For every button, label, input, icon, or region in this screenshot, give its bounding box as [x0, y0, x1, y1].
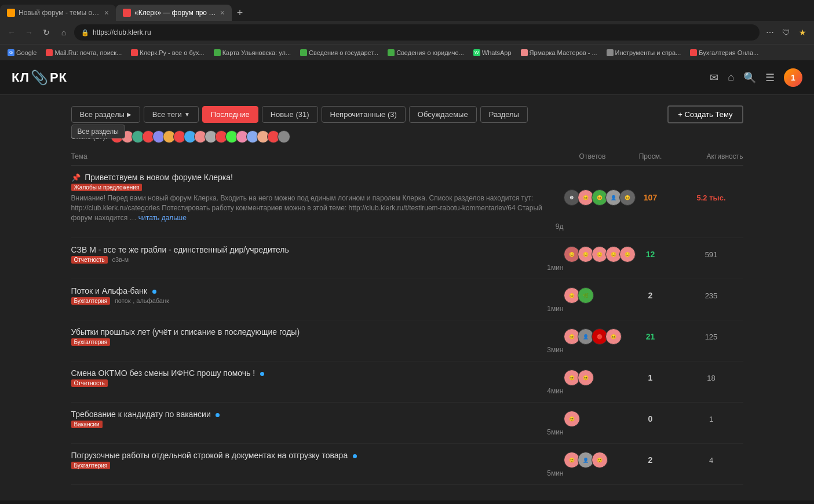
topic-meta: Отчетность с3в-м — [71, 254, 558, 264]
topic-title-line: Поток и Альфа-банк — [71, 286, 558, 295]
topic-avatar: 😊 — [564, 411, 580, 427]
create-topic-label: + Создать Тему — [678, 110, 732, 119]
bookmark-yarmarka[interactable]: Ярмарка Мастеров - ... — [517, 48, 601, 57]
mail-icon[interactable]: ✉ — [710, 71, 718, 84]
page: КЛ📎РК ✉ ⌂ 🔍 ☰ 1 Все разделы ▶ Все раздел… — [0, 60, 814, 501]
all-tags-button[interactable]: Все теги ▼ — [144, 106, 199, 123]
home-button[interactable]: ⌂ — [57, 25, 71, 39]
topic-category[interactable]: Отчетность — [71, 256, 108, 264]
tab-close-2[interactable]: × — [220, 8, 225, 17]
topic-category[interactable]: Отчетность — [71, 379, 108, 387]
all-sections-label: Все разделы — [80, 110, 125, 119]
topic-activity: 4мин — [71, 387, 564, 395]
topic-activity: 1мин — [71, 305, 564, 313]
topic-info: Требование к кандидату по вакансии Вакан… — [71, 410, 564, 428]
topic-views: 591 — [680, 250, 743, 259]
home-nav-icon[interactable]: ⌂ — [728, 71, 734, 83]
topic-meta: Бухгалтерия поток , альфабанк — [71, 295, 558, 305]
bookmark-klerk[interactable]: Клерк.Ру - все о бух... — [127, 48, 208, 57]
address-bar[interactable]: 🔒 https://club.klerk.ru — [74, 24, 760, 41]
latest-label: Последние — [211, 110, 250, 119]
topic-title-line: СЗВ М - все те же грабли - единственный … — [71, 245, 558, 254]
topic-avatar: 😊 — [605, 328, 622, 345]
bookmark-instruments[interactable]: Инструменты и спра... — [603, 48, 685, 57]
topic-title-line: Убытки прошлых лет (учёт и списание в по… — [71, 327, 558, 337]
bookmark-mailru[interactable]: Mail.Ru: почта, поиск... — [42, 48, 126, 57]
topic-title-line: Требование к кандидату по вакансии — [71, 410, 558, 419]
tab-close-1[interactable]: × — [104, 8, 109, 17]
bookmark-whatsapp[interactable]: W WhatsApp — [469, 48, 516, 57]
topic-avatars: 😊 😊 — [564, 370, 622, 386]
create-topic-button[interactable]: + Создать Тему — [667, 105, 743, 123]
reload-button[interactable]: ↻ — [39, 25, 53, 39]
topic-views: 4 — [680, 456, 743, 465]
browser-tab-2[interactable]: «Клерк» — форум про налог... × — [116, 5, 232, 21]
topic-activity: 9д — [71, 222, 564, 231]
more-button[interactable]: ⋯ — [763, 25, 777, 39]
topic-title[interactable]: СЗВ М - все те же грабли - единственный … — [71, 245, 289, 254]
latest-button[interactable]: Последние — [202, 106, 258, 123]
topic-avatars: 😊 👤 🔴 😊 — [564, 328, 622, 345]
topic-category[interactable]: Бухгалтерия — [71, 338, 111, 346]
bookmark-sved-gos[interactable]: Сведения о государст... — [296, 48, 382, 57]
table-row: Требование к кандидату по вакансии Вакан… — [71, 403, 743, 444]
shield-button[interactable]: 🛡 — [779, 25, 793, 39]
topic-title[interactable]: Требование к кандидату по вакансии — [71, 410, 211, 419]
topic-replies: 1 — [622, 373, 680, 382]
topic-activity: 5мин — [71, 428, 564, 436]
topic-title[interactable]: Погрузочные работы отдельной строкой в д… — [71, 451, 348, 460]
bookmark-google[interactable]: G Google — [3, 48, 41, 57]
url-text: https://club.klerk.ru — [93, 28, 753, 36]
browser-tab-1[interactable]: Новый форум - темы оформ... × — [0, 5, 116, 21]
tab-title-1: Новый форум - темы оформ... — [19, 9, 101, 17]
bookmark-favicon-mailru — [46, 49, 53, 56]
back-button[interactable]: ← — [5, 25, 19, 39]
bookmark-karta[interactable]: Карта Ульяновска: ул... — [210, 48, 295, 57]
topic-category[interactable]: Жалобы и предложения — [71, 184, 143, 191]
all-sections-button[interactable]: Все разделы ▶ — [71, 106, 140, 123]
topic-title[interactable]: Поток и Альфа-банк — [71, 286, 147, 295]
topic-views: 18 — [680, 374, 743, 382]
new-button[interactable]: Новые (31) — [262, 106, 318, 123]
topic-meta: Жалобы и предложения — [71, 182, 558, 191]
topic-title[interactable]: Приветствуем в новом форуме Клерка! — [85, 173, 233, 182]
topic-tag[interactable]: , альфабанк — [133, 297, 169, 304]
topic-activity: 1мин — [71, 264, 564, 272]
bookmark-buhgalteriya[interactable]: Бухгалтерия Онла... — [686, 48, 762, 57]
bookmark-label-buhgalteriya: Бухгалтерия Онла... — [699, 49, 758, 56]
topic-info: Убытки прошлых лет (учёт и списание в по… — [71, 327, 564, 346]
bookmark-favicon-buhgalteriya — [690, 49, 697, 56]
bookmark-label-instruments: Инструменты и спра... — [615, 49, 681, 56]
bookmark-sved-yur[interactable]: Сведения о юридиче... — [384, 48, 468, 57]
topic-tag[interactable]: поток — [115, 297, 131, 304]
topic-avatars: 😊 😊 😊 😊 😊 — [564, 246, 622, 262]
topic-category[interactable]: Бухгалтерия — [71, 462, 111, 469]
read-more-link[interactable]: читать дальше — [138, 214, 187, 222]
topic-views: 235 — [680, 291, 743, 300]
site-logo[interactable]: КЛ📎РК — [12, 70, 67, 86]
topic-tag[interactable]: с3в-м — [112, 256, 129, 263]
topic-category[interactable]: Вакансии — [71, 421, 103, 428]
pin-icon: 📌 — [71, 173, 81, 182]
forum-toolbar: Все разделы ▶ Все разделы Все теги ▼ Пос… — [71, 101, 743, 128]
menu-icon[interactable]: ☰ — [765, 71, 775, 84]
topic-meta: Бухгалтерия — [71, 460, 558, 469]
topic-info: 📌 Приветствуем в новом форуме Клерка! Жа… — [71, 173, 564, 222]
unread-button[interactable]: Непрочитанные (3) — [322, 106, 406, 123]
discussed-button[interactable]: Обсуждаемые — [409, 106, 477, 123]
user-avatar[interactable]: 1 — [784, 68, 802, 87]
topic-title[interactable]: Смена ОКТМО без смены ИФНС прошу помочь … — [71, 368, 255, 378]
search-nav-icon[interactable]: 🔍 — [743, 71, 756, 84]
topic-meta: Отчетность — [71, 378, 558, 387]
bookmark-star-button[interactable]: ★ — [795, 25, 809, 39]
bookmark-label-sved-gos: Сведения о государст... — [309, 49, 378, 56]
topic-info: Поток и Альфа-банк Бухгалтерия поток , а… — [71, 286, 564, 305]
topic-title[interactable]: Убытки прошлых лет (учёт и списание в по… — [71, 327, 300, 337]
new-dot-indicator — [353, 454, 357, 458]
forward-button[interactable]: → — [22, 25, 36, 39]
topic-category[interactable]: Бухгалтерия — [71, 297, 111, 305]
topic-meta: Бухгалтерия — [71, 337, 558, 346]
new-tab-button[interactable]: + — [232, 5, 248, 21]
sections-button[interactable]: Разделы — [480, 106, 528, 123]
topic-meta: Вакансии — [71, 419, 558, 428]
